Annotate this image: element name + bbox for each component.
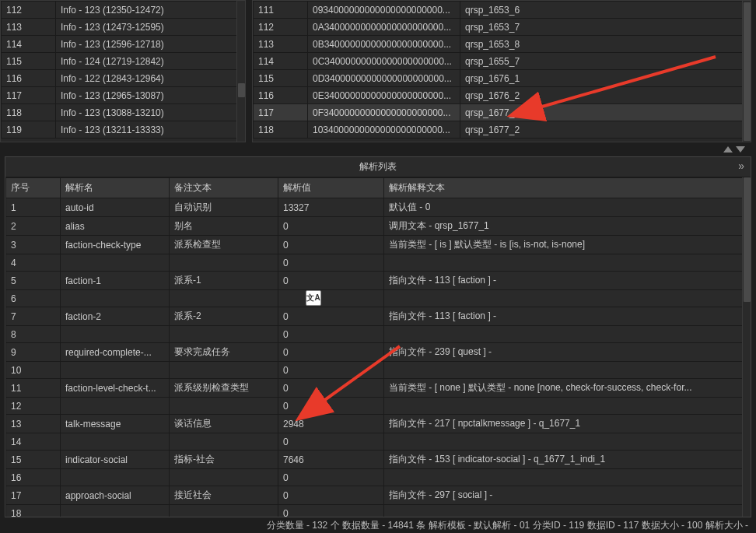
collapse-icon[interactable]: » — [738, 160, 744, 171]
cell-explain: 指向文件 - 297 [ social ] - — [384, 486, 751, 505]
cell-explain: 指向文件 - 153 [ indicator-social ] - q_1677… — [384, 451, 751, 469]
table-row[interactable]: 1181034000000000000000000000...qrsp_1677… — [254, 121, 751, 139]
table-row[interactable]: 13talk-message谈话信息2948指向文件 - 217 [ npcta… — [6, 415, 751, 433]
cell-hex: 0A34000000000000000000000... — [308, 19, 460, 36]
column-header[interactable]: 解析名 — [61, 178, 170, 198]
cell-parse-name — [61, 290, 170, 307]
table-row[interactable]: 1130B34000000000000000000000...qrsp_1653… — [254, 36, 751, 53]
cell-parse-name: approach-social — [61, 486, 170, 505]
right-scrollbar[interactable] — [742, 1, 751, 142]
table-row[interactable]: 2alias别名0调用文本 - qrsp_1677_1 — [6, 217, 751, 236]
translate-icon[interactable]: 文A — [306, 290, 321, 306]
table-row[interactable]: 1auto-id自动识别13327默认值 - 0 — [6, 198, 751, 217]
cell-value: 0 — [278, 217, 384, 236]
top-panels: 112Info - 123 (12350-12472)113Info - 123… — [0, 0, 756, 142]
triangle-up-icon[interactable] — [723, 146, 733, 153]
cell-note — [170, 254, 278, 272]
cell-name: qrsp_1677_2 — [460, 121, 751, 139]
cell-idx: 118 — [254, 121, 308, 139]
table-row[interactable]: 40 — [6, 254, 751, 272]
cell-hex: 1034000000000000000000000... — [308, 121, 460, 139]
table-row[interactable]: 116Info - 122 (12843-12964) — [2, 70, 245, 87]
parse-section: 解析列表 » 序号解析名备注文本解析值解析解释文本 1auto-id自动识别13… — [5, 156, 751, 517]
right-table[interactable]: 1110934000000000000000000000...qrsp_1653… — [253, 1, 751, 139]
cell-seq: 9 — [6, 343, 61, 362]
cell-note — [170, 290, 278, 307]
table-row[interactable]: 114Info - 123 (12596-12718) — [2, 36, 245, 53]
cell-name: qrsp_1653_7 — [460, 19, 751, 36]
table-row[interactable]: 119Info - 123 (13211-13333) — [2, 121, 245, 139]
table-row[interactable]: 1110934000000000000000000000...qrsp_1653… — [254, 2, 751, 19]
scrollbar-thumb[interactable] — [744, 177, 751, 302]
cell-name: qrsp_1676_1 — [460, 70, 751, 87]
cell-note: 自动识别 — [170, 198, 278, 217]
cell-idx: 114 — [2, 36, 56, 53]
column-header[interactable]: 解析解释文本 — [384, 178, 751, 198]
cell-parse-name: talk-message — [61, 415, 170, 433]
column-header[interactable]: 备注文本 — [170, 178, 278, 198]
table-row[interactable]: 9required-complete-...要求完成任务0指向文件 - 239 … — [6, 343, 751, 362]
table-row[interactable]: 1170F34000000000000000000000...qrsp_1677… — [254, 104, 751, 121]
table-row[interactable]: 112Info - 123 (12350-12472) — [2, 2, 245, 19]
table-row[interactable]: 120 — [6, 398, 751, 415]
left-table[interactable]: 112Info - 123 (12350-12472)113Info - 123… — [1, 1, 245, 139]
cell-explain — [384, 362, 751, 379]
cell-explain — [384, 326, 751, 343]
table-row[interactable]: 1140C34000000000000000000000...qrsp_1655… — [254, 53, 751, 70]
cell-note — [170, 362, 278, 379]
cell-note: 派系-2 — [170, 307, 278, 326]
cell-seq: 5 — [6, 272, 61, 290]
table-row[interactable]: 117Info - 123 (12965-13087) — [2, 87, 245, 104]
cell-idx: 113 — [2, 19, 56, 36]
cell-hex: 0C34000000000000000000000... — [308, 53, 460, 70]
scrollbar-thumb[interactable] — [744, 2, 751, 141]
table-row[interactable]: 3faction-check-type派系检查型0当前类型 - [ is ] 默… — [6, 236, 751, 254]
table-row[interactable]: 6 — [6, 290, 751, 307]
table-row[interactable]: 17approach-social接近社会0指向文件 - 297 [ socia… — [6, 486, 751, 505]
cell-name: qrsp_1653_6 — [460, 2, 751, 19]
table-row[interactable]: 100 — [6, 362, 751, 379]
table-row[interactable]: 5faction-1派系-10指向文件 - 113 [ faction ] - — [6, 272, 751, 290]
cell-explain: 当前类型 - [ none ] 默认类型 - none [none, check… — [384, 379, 751, 398]
column-header[interactable]: 序号 — [6, 178, 61, 198]
right-table-panel: 1110934000000000000000000000...qrsp_1653… — [252, 0, 751, 142]
cell-hex: 0934000000000000000000000... — [308, 2, 460, 19]
parse-scrollbar[interactable] — [742, 177, 751, 517]
status-bar: 分类数量 - 132 个 数据数量 - 14841 条 解析模板 - 默认解析 … — [0, 517, 756, 533]
table-row[interactable]: 1160E34000000000000000000000...qrsp_1676… — [254, 87, 751, 104]
table-row[interactable]: 160 — [6, 469, 751, 486]
triangle-down-icon[interactable] — [736, 146, 745, 153]
cell-info: Info - 123 (12473-12595) — [56, 19, 245, 36]
table-row[interactable]: 180 — [6, 505, 751, 517]
table-row[interactable]: 15indicator-social指标-社会7646指向文件 - 153 [ … — [6, 451, 751, 469]
cell-info: Info - 123 (13088-13210) — [56, 104, 245, 121]
cell-idx: 113 — [254, 36, 308, 53]
cell-explain — [384, 505, 751, 517]
column-header[interactable]: 解析值 — [278, 178, 384, 198]
cell-name: qrsp_1676_2 — [460, 87, 751, 104]
cell-explain: 调用文本 - qrsp_1677_1 — [384, 217, 751, 236]
table-row[interactable]: 80 — [6, 326, 751, 343]
cell-note: 接近社会 — [170, 486, 278, 505]
cell-parse-name: alias — [61, 217, 170, 236]
table-row[interactable]: 115Info - 124 (12719-12842) — [2, 53, 245, 70]
cell-value: 0 — [278, 505, 384, 517]
table-row[interactable]: 113Info - 123 (12473-12595) — [2, 19, 245, 36]
table-row[interactable]: 140 — [6, 433, 751, 451]
cell-value — [278, 290, 384, 307]
table-row[interactable]: 11faction-level-check-t...派系级别检查类型0当前类型 … — [6, 379, 751, 398]
cell-seq: 18 — [6, 505, 61, 517]
cell-value: 0 — [278, 469, 384, 486]
scrollbar-thumb[interactable] — [238, 83, 245, 97]
cell-value: 0 — [278, 433, 384, 451]
table-row[interactable]: 7faction-2派系-20指向文件 - 113 [ faction ] - — [6, 307, 751, 326]
cell-idx: 115 — [2, 53, 56, 70]
table-row[interactable]: 1120A34000000000000000000000...qrsp_1653… — [254, 19, 751, 36]
parse-table[interactable]: 序号解析名备注文本解析值解析解释文本 1auto-id自动识别13327默认值 … — [5, 177, 751, 517]
table-row[interactable]: 118Info - 123 (13088-13210) — [2, 104, 245, 121]
cell-parse-name: indicator-social — [61, 451, 170, 469]
cell-value: 0 — [278, 272, 384, 290]
table-row[interactable]: 1150D34000000000000000000000...qrsp_1676… — [254, 70, 751, 87]
left-scrollbar[interactable] — [236, 1, 245, 142]
cell-seq: 11 — [6, 379, 61, 398]
